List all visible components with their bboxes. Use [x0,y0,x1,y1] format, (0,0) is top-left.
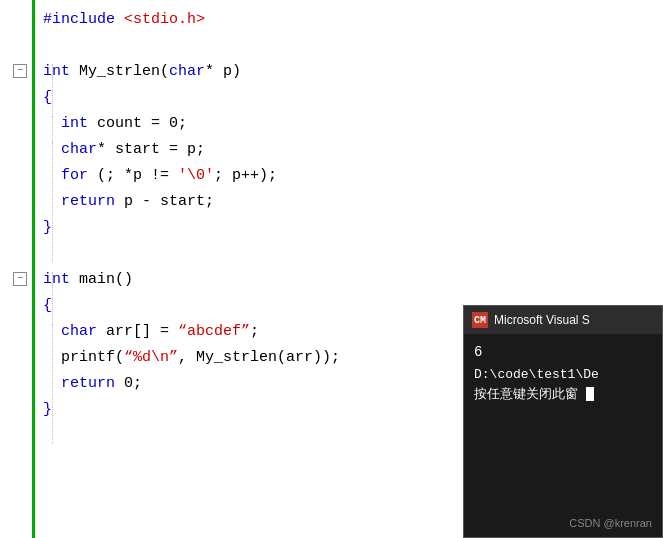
arr-semi: ; [250,320,259,344]
return1-minus: - [142,190,160,214]
terminal-overlay: CM Microsoft Visual S 6 D:\code\test1\De… [463,305,663,538]
return2-keyword: return [61,372,124,396]
terminal-title-text: Microsoft Visual S [494,313,590,327]
terminal-path: D:\code\test1\De [474,365,652,385]
printf-comma: , [178,346,196,370]
terminal-close-text: 按任意键关闭此窗 [474,387,578,402]
indent-guide-2c [43,372,61,396]
terminal-close-msg: 按任意键关闭此窗 [474,385,652,405]
count-name: count [97,112,151,136]
code-line-count: int count = 0; [35,112,663,138]
terminal-cursor [586,387,594,401]
terminal-footer: CSDN @krenran [569,517,652,529]
printf-mystrlen: My_strlen [196,346,277,370]
terminal-output-number: 6 [474,342,652,363]
editor-area: #include <stdio.h> − int My_strlen(char*… [0,0,663,538]
terminal-number: 6 [474,344,482,360]
terminal-footer-text: CSDN @krenran [569,517,652,529]
return1-keyword: return [61,190,124,214]
code-line-func2-sig: − int main() [35,268,663,294]
include-header: <stdio.h> [124,8,205,32]
arr-val: “abcdef” [178,320,250,344]
fold-button-func2[interactable]: − [13,272,27,286]
for-neq: != [151,164,178,188]
return1-expr: p [124,190,142,214]
printf-fmt: “%d\n” [124,346,178,370]
func2-name: main [79,268,115,292]
terminal-icon-label: CM [474,315,486,326]
code-line-start: char* start = p; [35,138,663,164]
close-brace-2: } [43,398,52,422]
close-brace-1: } [43,216,52,240]
code-line-blank2 [35,242,663,268]
count-semi: ; [178,112,187,136]
left-bar [0,0,35,538]
func1-name: My_strlen [79,60,160,84]
return2-semi: ; [133,372,142,396]
return1-start: start; [160,190,214,214]
start-eq: = [169,138,187,162]
start-val: p; [187,138,205,162]
return2-val: 0 [124,372,133,396]
func1-param-ptr: * p) [205,60,241,84]
func1-return-type: int [43,60,79,84]
include-keyword: #include [43,8,124,32]
arr-name: arr[] [106,320,160,344]
func2-return-type: int [43,268,79,292]
for-null: '\0' [178,164,214,188]
func1-params: ( [160,60,169,84]
terminal-body: 6 D:\code\test1\De 按任意键关闭此窗 [464,334,662,412]
terminal-path-text: D:\code\test1\De [474,367,599,382]
code-line-return1: return p - start; [35,190,663,216]
start-ptr: * start [97,138,169,162]
open-brace-2: { [43,294,52,318]
printf-args: (arr)); [277,346,340,370]
count-eq: = [151,112,169,136]
terminal-title-bar: CM Microsoft Visual S [464,306,662,334]
printf-call: printf( [61,346,124,370]
arr-eq: = [160,320,178,344]
code-line-for: for (; *p != '\0'; p++); [35,164,663,190]
code-line-include: #include <stdio.h> [35,8,663,34]
fold-button-func1[interactable]: − [13,64,27,78]
code-line-func1-close: } [35,216,663,242]
func1-param-type: char [169,60,205,84]
open-brace-1: { [43,86,52,110]
terminal-icon: CM [472,312,488,328]
for-paren2: ; p++); [214,164,277,188]
indent-guide-1d [43,190,61,214]
code-line-func1-sig: − int My_strlen(char* p) [35,60,663,86]
code-line-blank1 [35,34,663,60]
code-line-func1-open: { [35,86,663,112]
for-paren1: (; *p [97,164,151,188]
func2-parens: () [115,268,133,292]
count-val: 0 [169,112,178,136]
